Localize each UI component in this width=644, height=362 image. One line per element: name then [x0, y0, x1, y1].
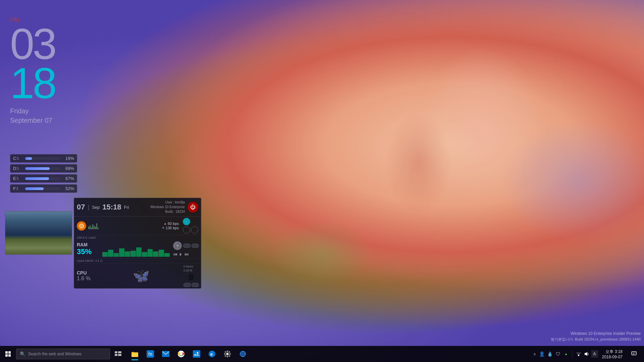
drive-c-bar-container: [25, 157, 61, 160]
drive-c-bar: [25, 157, 32, 160]
clock-day-name: Friday: [10, 107, 29, 115]
media-prev[interactable]: ⏮: [173, 251, 178, 257]
drive-f-label: F:\: [13, 186, 22, 191]
sysmon-toggle-row-2: [183, 283, 199, 287]
drive-e-label: E:\: [13, 176, 22, 181]
toggle-2[interactable]: [192, 244, 199, 248]
taskbar-clock[interactable]: 오후 3:18 2018-09-07: [599, 346, 625, 362]
svg-rect-7: [131, 353, 138, 357]
sysmon-shutdown-button[interactable]: [187, 202, 198, 213]
input-method-indicator[interactable]: A: [591, 350, 598, 358]
svg-text:🛍: 🛍: [148, 351, 153, 357]
sysmon-ram-left: RAM 35%: [74, 240, 101, 258]
tray-network-icon[interactable]: [575, 347, 582, 361]
sysmon-right-icons-net: 🎵: [183, 218, 198, 234]
tray-green-icon[interactable]: ●: [563, 347, 570, 361]
desktop-preview-inner: [5, 212, 72, 254]
svg-rect-25: [576, 353, 581, 353]
edge-icon: e: [208, 350, 216, 358]
svg-rect-4: [115, 354, 117, 356]
sysmon-sep: |: [88, 204, 89, 211]
store-icon: 🛍: [147, 350, 154, 358]
taskbar-date: 2018-09-07: [602, 355, 623, 359]
drive-e-bar: [25, 177, 49, 180]
drive-f-bar-container: [25, 187, 61, 190]
app-mail[interactable]: [158, 347, 173, 361]
clock-hour: 03: [10, 24, 55, 64]
tray-security-icon[interactable]: 🛡: [555, 347, 561, 361]
drive-f: F:\ 52%: [10, 184, 77, 193]
toggle-1[interactable]: [183, 244, 191, 248]
action-center-icon: [631, 351, 637, 357]
taskbar-apps: 🛍: [126, 347, 529, 361]
drive-e-percent: 67%: [63, 176, 74, 181]
clock-date: Friday September 07: [10, 106, 55, 125]
app-ie[interactable]: [235, 347, 250, 361]
sysmon-info: User : kim0ja Windows 10 Enterprise Buil…: [132, 200, 185, 214]
toggle-3[interactable]: [183, 283, 191, 287]
sysmon-swap-row: Used SWAP: 4.1 G: [74, 258, 201, 263]
tray-overflow-button[interactable]: ∧: [532, 351, 537, 357]
sysmon-media-row: 🎧: [173, 241, 199, 250]
app-store[interactable]: 🛍: [143, 347, 158, 361]
media-next[interactable]: ⏭: [184, 251, 189, 257]
network-icon: [576, 351, 581, 357]
mail-icon: [162, 351, 169, 357]
tray-person-icon[interactable]: 👤: [539, 347, 545, 361]
sysmon-month: Sep: [92, 205, 100, 210]
photos-icon: [193, 350, 200, 358]
drive-d: D:\ 69%: [10, 164, 77, 173]
taskbar-search[interactable]: 🔍 Search the web and Windows: [16, 349, 110, 359]
sysmon-ram-area: RAM 35% 🎧: [74, 240, 201, 258]
watermark-line1: Windows 10 Enterprise Insider Preview: [551, 330, 641, 337]
circle-icon-1: [183, 226, 190, 234]
sysmon-toggle-1: [183, 244, 199, 248]
app-edge[interactable]: e: [205, 347, 219, 361]
sysmon-trash-area: 0 items 0.00 B 🗑: [181, 263, 201, 288]
svg-rect-23: [578, 355, 579, 356]
search-placeholder-text: Search the web and Windows: [28, 352, 82, 356]
sysmon-headphones-icon: 🎧: [173, 241, 182, 250]
app-chrome[interactable]: [174, 347, 189, 361]
app-settings[interactable]: [220, 347, 235, 361]
sysmon-items-label: 0 items: [183, 265, 199, 268]
taskbar: 🔍 Search the web and Windows 🛍: [0, 346, 644, 362]
sysmon-ram-tag: RAM: [77, 242, 98, 247]
tray-separator: [572, 351, 573, 357]
sysmon-upload: 60 bps: [168, 222, 179, 226]
sysmon-ram-pct: 35%: [77, 247, 98, 256]
sysmon-items-size: 0.00 B: [183, 269, 199, 272]
sysmon-network-bars: [88, 223, 160, 229]
app-file-explorer[interactable]: [127, 347, 142, 361]
sysmon-ram-info-row: 238.8 G Used: [74, 235, 201, 240]
settings-icon: [224, 350, 231, 358]
drive-d-percent: 69%: [63, 166, 74, 171]
sysmon-day: Fri: [124, 205, 129, 210]
drive-e-bar-container: [25, 177, 61, 180]
sysmon-download: 136 bps: [166, 226, 179, 230]
svg-text:🎵: 🎵: [184, 219, 189, 224]
taskview-button[interactable]: [110, 346, 126, 362]
trash-icon[interactable]: 🗑: [183, 273, 199, 282]
clock-widget: PM 03 18 Friday September 07: [10, 17, 55, 125]
taskbar-time: 오후 3:18: [605, 349, 623, 355]
tray-volume-icon[interactable]: [583, 347, 590, 361]
start-button[interactable]: [0, 346, 16, 362]
taskview-icon: [115, 351, 121, 357]
sysmon-cpu-area: CPU 1.6 % 🦋 0 items 0.00 B 🗑: [74, 263, 201, 288]
sysmon-topbar: 07 | Sep 15:18 Fri User : kim0ja Windows…: [74, 198, 201, 217]
svg-rect-26: [632, 352, 636, 355]
circle-icon-2: [191, 226, 198, 234]
sysmon-ram-right: 🎧 ⏮ ⏵ ⏭: [171, 240, 201, 258]
sysmon-circles-net: [183, 226, 198, 234]
sysmon-cpu-pct: 1.6 %: [77, 276, 98, 282]
toggle-4[interactable]: [192, 283, 199, 287]
app-photos[interactable]: [189, 347, 204, 361]
chrome-icon: [177, 350, 185, 358]
sysmon-ram-chart: [101, 240, 171, 258]
action-center-button[interactable]: [627, 346, 641, 362]
sysmon-os: Windows 10 Enterprise: [132, 205, 185, 209]
tray-droplet-icon[interactable]: 💧: [547, 347, 553, 361]
media-play[interactable]: ⏵: [179, 251, 183, 257]
svg-rect-5: [118, 354, 121, 356]
